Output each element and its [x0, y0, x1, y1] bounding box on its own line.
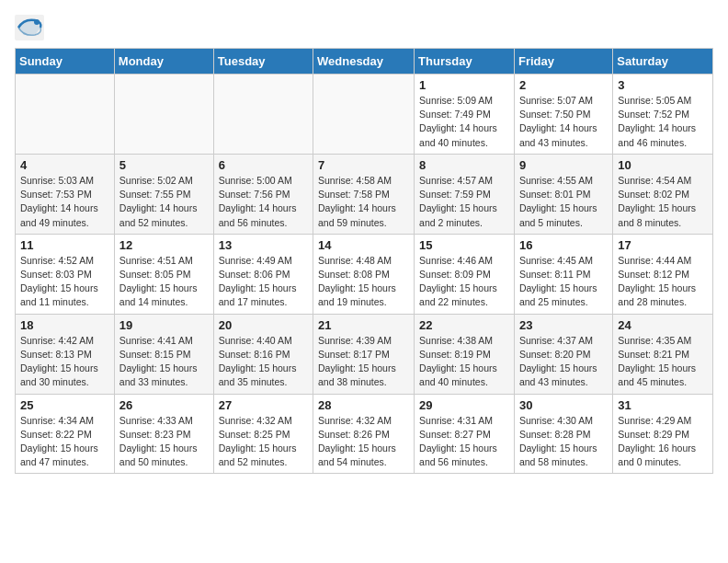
day-number: 12 — [119, 238, 209, 252]
calendar-cell: 6Sunrise: 5:00 AM Sunset: 7:56 PM Daylig… — [213, 154, 313, 234]
day-number: 25 — [20, 398, 109, 412]
day-number: 15 — [419, 238, 509, 252]
day-number: 4 — [20, 158, 109, 172]
day-info: Sunrise: 4:30 AM Sunset: 8:28 PM Dayligh… — [519, 414, 608, 470]
day-info: Sunrise: 4:42 AM Sunset: 8:13 PM Dayligh… — [20, 334, 109, 390]
day-info: Sunrise: 4:48 AM Sunset: 8:08 PM Dayligh… — [318, 254, 409, 310]
day-number: 9 — [519, 158, 608, 172]
calendar-cell: 27Sunrise: 4:32 AM Sunset: 8:25 PM Dayli… — [213, 394, 313, 474]
calendar-cell: 14Sunrise: 4:48 AM Sunset: 8:08 PM Dayli… — [313, 234, 415, 314]
calendar-week-row: 25Sunrise: 4:34 AM Sunset: 8:22 PM Dayli… — [16, 394, 713, 474]
day-number: 22 — [419, 318, 509, 332]
day-info: Sunrise: 4:32 AM Sunset: 8:25 PM Dayligh… — [219, 414, 308, 470]
day-info: Sunrise: 4:51 AM Sunset: 8:05 PM Dayligh… — [119, 254, 209, 310]
weekday-header: Thursday — [415, 49, 515, 75]
calendar-cell: 26Sunrise: 4:33 AM Sunset: 8:23 PM Dayli… — [114, 394, 213, 474]
weekday-header: Monday — [114, 49, 213, 75]
day-number: 14 — [318, 238, 409, 252]
page-header — [15, 15, 713, 40]
calendar-cell: 3Sunrise: 5:05 AM Sunset: 7:52 PM Daylig… — [613, 75, 713, 155]
day-number: 29 — [419, 398, 509, 412]
day-info: Sunrise: 4:40 AM Sunset: 8:16 PM Dayligh… — [219, 334, 308, 390]
calendar-cell: 9Sunrise: 4:55 AM Sunset: 8:01 PM Daylig… — [514, 154, 612, 234]
calendar-cell: 29Sunrise: 4:31 AM Sunset: 8:27 PM Dayli… — [415, 394, 515, 474]
calendar-cell: 12Sunrise: 4:51 AM Sunset: 8:05 PM Dayli… — [114, 234, 213, 314]
day-info: Sunrise: 4:57 AM Sunset: 7:59 PM Dayligh… — [419, 174, 509, 230]
day-info: Sunrise: 4:45 AM Sunset: 8:11 PM Dayligh… — [519, 254, 608, 310]
calendar-cell: 4Sunrise: 5:03 AM Sunset: 7:53 PM Daylig… — [16, 154, 115, 234]
day-info: Sunrise: 4:34 AM Sunset: 8:22 PM Dayligh… — [20, 414, 109, 470]
day-info: Sunrise: 4:32 AM Sunset: 8:26 PM Dayligh… — [318, 414, 409, 470]
day-info: Sunrise: 4:39 AM Sunset: 8:17 PM Dayligh… — [318, 334, 409, 390]
calendar-cell: 7Sunrise: 4:58 AM Sunset: 7:58 PM Daylig… — [313, 154, 415, 234]
day-info: Sunrise: 4:38 AM Sunset: 8:19 PM Dayligh… — [419, 334, 509, 390]
day-info: Sunrise: 5:00 AM Sunset: 7:56 PM Dayligh… — [219, 174, 308, 230]
day-number: 1 — [419, 78, 509, 92]
calendar-cell: 10Sunrise: 4:54 AM Sunset: 8:02 PM Dayli… — [613, 154, 713, 234]
day-info: Sunrise: 5:07 AM Sunset: 7:50 PM Dayligh… — [519, 94, 608, 150]
day-info: Sunrise: 4:37 AM Sunset: 8:20 PM Dayligh… — [519, 334, 608, 390]
calendar-cell: 2Sunrise: 5:07 AM Sunset: 7:50 PM Daylig… — [514, 75, 612, 155]
logo-icon — [15, 15, 44, 40]
day-info: Sunrise: 4:49 AM Sunset: 8:06 PM Dayligh… — [219, 254, 308, 310]
day-info: Sunrise: 4:46 AM Sunset: 8:09 PM Dayligh… — [419, 254, 509, 310]
day-number: 23 — [519, 318, 608, 332]
day-number: 11 — [20, 238, 109, 252]
weekday-header: Tuesday — [213, 49, 313, 75]
calendar-cell: 30Sunrise: 4:30 AM Sunset: 8:28 PM Dayli… — [514, 394, 612, 474]
day-info: Sunrise: 4:33 AM Sunset: 8:23 PM Dayligh… — [119, 414, 209, 470]
weekday-header: Sunday — [16, 49, 115, 75]
calendar-cell — [213, 75, 313, 155]
day-info: Sunrise: 4:29 AM Sunset: 8:29 PM Dayligh… — [618, 414, 708, 470]
day-number: 10 — [618, 158, 708, 172]
calendar-cell: 13Sunrise: 4:49 AM Sunset: 8:06 PM Dayli… — [213, 234, 313, 314]
day-info: Sunrise: 5:05 AM Sunset: 7:52 PM Dayligh… — [618, 94, 708, 150]
calendar-cell: 23Sunrise: 4:37 AM Sunset: 8:20 PM Dayli… — [514, 314, 612, 394]
day-info: Sunrise: 4:31 AM Sunset: 8:27 PM Dayligh… — [419, 414, 509, 470]
day-number: 2 — [519, 78, 608, 92]
day-number: 5 — [119, 158, 209, 172]
day-number: 7 — [318, 158, 409, 172]
calendar-header-row: SundayMondayTuesdayWednesdayThursdayFrid… — [16, 49, 713, 75]
calendar-cell: 11Sunrise: 4:52 AM Sunset: 8:03 PM Dayli… — [16, 234, 115, 314]
svg-point-2 — [34, 19, 40, 25]
calendar-week-row: 18Sunrise: 4:42 AM Sunset: 8:13 PM Dayli… — [16, 314, 713, 394]
logo — [15, 15, 46, 40]
calendar-cell: 17Sunrise: 4:44 AM Sunset: 8:12 PM Dayli… — [613, 234, 713, 314]
calendar-cell: 1Sunrise: 5:09 AM Sunset: 7:49 PM Daylig… — [415, 75, 515, 155]
calendar-cell: 22Sunrise: 4:38 AM Sunset: 8:19 PM Dayli… — [415, 314, 515, 394]
day-number: 31 — [618, 398, 708, 412]
day-number: 17 — [618, 238, 708, 252]
calendar-cell: 21Sunrise: 4:39 AM Sunset: 8:17 PM Dayli… — [313, 314, 415, 394]
calendar-cell: 8Sunrise: 4:57 AM Sunset: 7:59 PM Daylig… — [415, 154, 515, 234]
calendar-cell: 25Sunrise: 4:34 AM Sunset: 8:22 PM Dayli… — [16, 394, 115, 474]
calendar-cell: 18Sunrise: 4:42 AM Sunset: 8:13 PM Dayli… — [16, 314, 115, 394]
day-info: Sunrise: 4:54 AM Sunset: 8:02 PM Dayligh… — [618, 174, 708, 230]
day-number: 21 — [318, 318, 409, 332]
calendar-cell — [313, 75, 415, 155]
day-info: Sunrise: 5:03 AM Sunset: 7:53 PM Dayligh… — [20, 174, 109, 230]
day-number: 18 — [20, 318, 109, 332]
day-number: 27 — [219, 398, 308, 412]
day-info: Sunrise: 4:44 AM Sunset: 8:12 PM Dayligh… — [618, 254, 708, 310]
calendar-cell: 19Sunrise: 4:41 AM Sunset: 8:15 PM Dayli… — [114, 314, 213, 394]
day-info: Sunrise: 5:02 AM Sunset: 7:55 PM Dayligh… — [119, 174, 209, 230]
calendar-body: 1Sunrise: 5:09 AM Sunset: 7:49 PM Daylig… — [16, 75, 713, 474]
day-info: Sunrise: 4:55 AM Sunset: 8:01 PM Dayligh… — [519, 174, 608, 230]
calendar-cell — [114, 75, 213, 155]
calendar-cell: 28Sunrise: 4:32 AM Sunset: 8:26 PM Dayli… — [313, 394, 415, 474]
day-number: 24 — [618, 318, 708, 332]
calendar-cell: 20Sunrise: 4:40 AM Sunset: 8:16 PM Dayli… — [213, 314, 313, 394]
calendar-week-row: 1Sunrise: 5:09 AM Sunset: 7:49 PM Daylig… — [16, 75, 713, 155]
weekday-header: Wednesday — [313, 49, 415, 75]
calendar-cell: 15Sunrise: 4:46 AM Sunset: 8:09 PM Dayli… — [415, 234, 515, 314]
calendar-table: SundayMondayTuesdayWednesdayThursdayFrid… — [15, 48, 713, 474]
calendar-cell: 24Sunrise: 4:35 AM Sunset: 8:21 PM Dayli… — [613, 314, 713, 394]
calendar-week-row: 11Sunrise: 4:52 AM Sunset: 8:03 PM Dayli… — [16, 234, 713, 314]
calendar-cell: 16Sunrise: 4:45 AM Sunset: 8:11 PM Dayli… — [514, 234, 612, 314]
weekday-header: Saturday — [613, 49, 713, 75]
day-number: 26 — [119, 398, 209, 412]
day-number: 6 — [219, 158, 308, 172]
day-number: 8 — [419, 158, 509, 172]
day-number: 13 — [219, 238, 308, 252]
